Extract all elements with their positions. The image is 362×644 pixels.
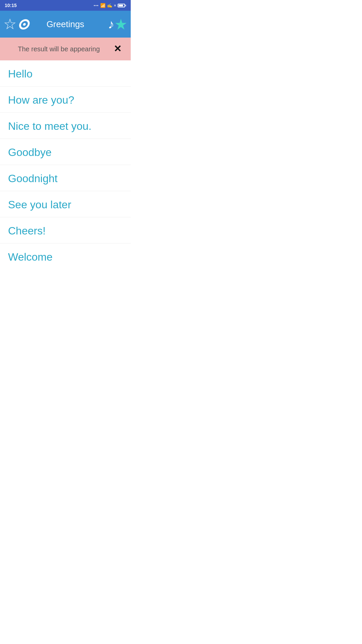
close-notification-button[interactable]: ✕ [111,43,124,55]
dots-icon [94,5,98,6]
greeting-text: How are you? [8,94,74,106]
status-icons: 📶 ✍ ✕ [94,3,126,8]
greeting-text: See you later [8,199,71,211]
greeting-text: Welcome [8,251,53,263]
list-item[interactable]: Cheers! [0,217,131,244]
list-item[interactable]: Welcome [0,244,131,269]
signal-icon: ✍ [107,3,112,8]
greeting-text: Cheers! [8,225,46,237]
status-time: 10:15 [5,3,17,8]
list-item[interactable]: How are you? [0,87,131,113]
star-teal-icon: ★ [114,16,127,33]
list-item[interactable]: Nice to meet you. [0,113,131,139]
star-outline-icon: ☆ [3,17,16,32]
app-title: Greetings [47,19,84,30]
status-bar: 10:15 📶 ✍ ✕ [0,0,131,11]
list-item[interactable]: Hello [0,60,131,87]
app-header: ☆ ⊙ ♪ ★ Greetings [0,11,131,38]
notification-text: The result will be appearing [7,45,111,53]
list-item[interactable]: Goodbye [0,139,131,165]
notification-bar: The result will be appearing ✕ [0,38,131,60]
greeting-list: Hello How are you? Nice to meet you. Goo… [0,60,131,269]
list-item[interactable]: Goodnight [0,165,131,191]
greeting-text: Hello [8,68,33,80]
greeting-text: Nice to meet you. [8,120,92,132]
list-item[interactable]: See you later [0,191,131,217]
logo-icon: ⊙ [16,15,29,33]
greeting-text: Goodbye [8,146,52,158]
wifi-icon: 📶 [100,3,106,8]
music-note-icon: ♪ [108,17,114,32]
battery-icon [118,4,126,7]
signal-x-icon: ✕ [114,4,116,7]
greeting-text: Goodnight [8,172,58,184]
